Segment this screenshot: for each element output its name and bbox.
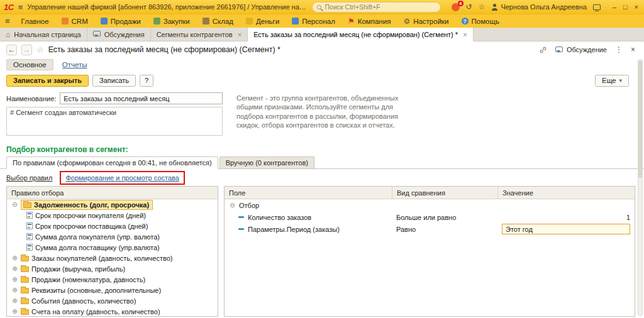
tree-item-sales-revenue[interactable]: ⊕ Продажи (выручка, прибыль) (7, 263, 218, 274)
history-icon[interactable]: ↺ (466, 3, 472, 11)
home-icon: ⌂ (6, 31, 10, 38)
menu-item-money[interactable]: Деньги (240, 16, 285, 26)
tree-subitem[interactable]: Сумма долга покупателя (упр. валюта) (7, 231, 218, 242)
folder-icon (21, 277, 29, 283)
menu-item-settings[interactable]: ⚙Настройки (397, 16, 454, 26)
tab-segments-list[interactable]: Сегменты контрагентов × (151, 28, 248, 41)
tree-subitem[interactable]: Срок просрочки покупателя (дней) (7, 210, 218, 221)
expand-icon[interactable]: ⊕ (11, 266, 18, 272)
form-content: ← → ☆ Есть заказы за последний месяц (не… (0, 41, 644, 318)
tree-item-events[interactable]: ⊕ События (давность, количество) (7, 295, 218, 306)
vertical-scrollbar[interactable] (638, 59, 643, 316)
1c-logo: 1С (4, 3, 14, 12)
tab-main-section[interactable]: Основное (6, 59, 53, 70)
name-input[interactable] (60, 92, 223, 104)
titlebar: 1С ≡ Управление нашей фирмой [абонент 86… (0, 0, 644, 14)
collapse-icon[interactable]: ⊖ (229, 202, 236, 209)
save-and-close-button[interactable]: Записать и закрыть (6, 75, 89, 87)
comparison-cell[interactable]: Равно (392, 223, 497, 235)
form-left-column: Наименование: # Сегмент создан автоматич… (6, 92, 223, 141)
table-body: ⊖ Отбор Количество заказов Больше или ра… (225, 199, 635, 316)
tree-subitem[interactable]: Сумма долга поставщику (упр.валюта) (7, 242, 218, 253)
maximize-button[interactable]: □ (623, 3, 628, 11)
tab-reports-section[interactable]: Отчеты (62, 61, 87, 69)
form-section-tabs: Основное Отчеты (0, 58, 644, 72)
global-search-input[interactable]: Поиск Ctrl+Shift+F (312, 2, 441, 13)
value-cell[interactable]: 1 (497, 211, 635, 223)
titlebar-icons: 4 ↺ ☆ Чернова Ольга Андреевна (452, 3, 601, 11)
scrollbar-thumb[interactable] (638, 60, 642, 178)
comparison-cell[interactable]: Больше или равно (392, 211, 497, 223)
expand-icon[interactable]: ⊕ (11, 255, 18, 261)
form-navrow: ← → ☆ Есть заказы за последний месяц (не… (0, 41, 644, 58)
sales-icon (101, 18, 108, 25)
notifications-icon[interactable]: 4 (452, 3, 460, 11)
rules-links-row: Выбор правил Формирование и просмотр сос… (0, 169, 644, 186)
connection-icon[interactable] (593, 4, 601, 10)
favorites-star-icon[interactable]: ☆ (479, 3, 486, 11)
copy-link-icon[interactable] (539, 46, 547, 54)
expand-icon[interactable]: ⊕ (11, 277, 18, 283)
collapse-icon[interactable]: ⊖ (11, 202, 18, 208)
menu-item-sales[interactable]: Продажи (95, 16, 147, 26)
expand-icon[interactable]: ⊕ (11, 309, 18, 315)
folder-icon (21, 266, 29, 272)
save-button[interactable]: Записать (92, 75, 136, 87)
tree-item-attributes[interactable]: ⊕ Реквизиты (основные, дополнительные) (7, 285, 218, 295)
sections-menu-icon[interactable]: ≡ (5, 16, 10, 26)
value-cell-selected[interactable]: Этот год (497, 223, 635, 235)
discussion-button[interactable]: Обсуждение (555, 46, 607, 53)
user-menu[interactable]: Чернова Ольга Андреевна (491, 3, 586, 11)
form-and-view-link[interactable]: Формирование и просмотр состава (65, 174, 179, 182)
menu-item-main[interactable]: Главное (16, 16, 55, 26)
tree-item-debt[interactable]: ⊖ Задолженность (долг, просрочка) (7, 199, 218, 210)
close-tab-icon[interactable]: × (236, 31, 242, 38)
favorite-star-icon[interactable]: ☆ (36, 45, 44, 55)
segment-hint-text: Сегмент - это группа контрагентов, объед… (236, 92, 418, 141)
expand-icon[interactable]: ⊕ (11, 298, 18, 304)
close-form-icon[interactable]: × (631, 45, 635, 54)
field-cell[interactable]: Количество заказов (225, 211, 392, 223)
back-button[interactable]: ← (6, 45, 17, 55)
tab-home[interactable]: ⌂ Начальная страница (0, 28, 87, 41)
window-controls: – □ × (613, 3, 640, 11)
tab-by-rules[interactable]: По правилам (сформирован сегодня в 00:41… (6, 156, 218, 169)
tree-item-orders[interactable]: ⊕ Заказы покупателей (давность, количест… (7, 253, 218, 263)
menu-item-crm[interactable]: CRM (56, 16, 94, 26)
table-header-row: Поле Вид сравнения Значение (225, 187, 635, 199)
menu-item-company[interactable]: ⚑Компания (342, 16, 396, 26)
forward-button[interactable]: → (21, 45, 32, 55)
tree-body: ⊖ Задолженность (долг, просрочка) Срок п… (7, 199, 218, 316)
tree-subitem[interactable]: Срок просрочки поставщика (дней) (7, 221, 218, 231)
help-button[interactable]: ? (140, 75, 153, 87)
main-menu-icon[interactable]: ≡ (18, 3, 23, 12)
expand-icon[interactable]: ⊕ (11, 287, 18, 293)
menu-item-help[interactable]: ?Помощь (456, 16, 505, 26)
menu-item-staff[interactable]: Персонал (286, 16, 341, 26)
group-row-filter[interactable]: ⊖ Отбор (225, 199, 635, 211)
tree-item-sales-nomenclature[interactable]: ⊕ Продажи (номенклатура, давность) (7, 274, 218, 285)
table-row[interactable]: Параметры.Период (заказы) Равно Этот год (225, 223, 635, 235)
minimize-button[interactable]: – (613, 3, 616, 11)
select-rules-link[interactable]: Выбор правил (6, 174, 52, 182)
close-tab-icon[interactable]: × (462, 31, 467, 38)
discussion-bubble-icon (555, 47, 563, 52)
company-flag-icon: ⚑ (348, 18, 355, 25)
more-menu-icon[interactable]: ⋮ (615, 45, 623, 54)
tree-header: Правило отбора (7, 187, 218, 199)
close-window-button[interactable]: × (635, 3, 638, 11)
field-cell[interactable]: Параметры.Период (заказы) (225, 223, 392, 235)
money-icon (246, 18, 253, 25)
table-row[interactable]: Количество заказов Больше или равно 1 (225, 211, 635, 223)
selected-value-box[interactable]: Этот год (502, 224, 630, 234)
tab-segment-form[interactable]: Есть заказы за последний месяц (не сформ… (248, 28, 473, 41)
menu-item-purchases[interactable]: Закупки (148, 16, 196, 26)
form-fields: Наименование: # Сегмент создан автоматич… (0, 89, 644, 141)
comment-textarea[interactable]: # Сегмент создан автоматически (6, 107, 223, 136)
folder-icon (21, 299, 29, 304)
tree-item-invoices[interactable]: ⊕ Счета на оплату (давность, количество) (7, 306, 218, 316)
tab-manual[interactable]: Вручную (0 контрагентов) (219, 156, 314, 168)
menu-item-warehouse[interactable]: Склад (197, 16, 239, 26)
more-button[interactable]: Еще ▾ (595, 75, 629, 87)
tab-discussions[interactable]: Обсуждения (87, 28, 151, 41)
